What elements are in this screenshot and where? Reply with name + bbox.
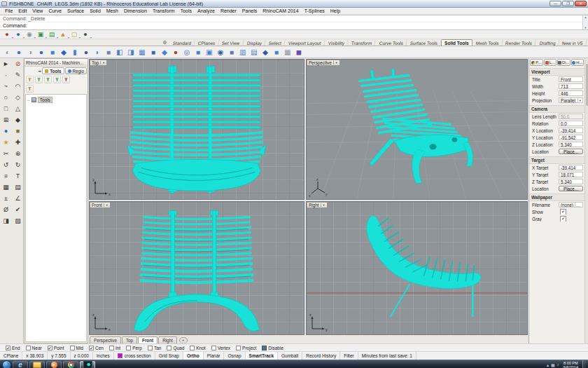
viewport-menu-arrow-icon[interactable]: ▼: [321, 203, 326, 207]
status-cell[interactable]: z 0.000: [71, 352, 93, 360]
tray-icon[interactable]: ▴: [547, 362, 549, 367]
solid-tool-icon[interactable]: ▦: [137, 47, 147, 57]
point[interactable]: ·: [0, 69, 12, 81]
viewport-menu-arrow-icon[interactable]: ▼: [333, 61, 338, 64]
selection-window[interactable]: ▢: [70, 31, 78, 39]
toolbar-tab[interactable]: Set View: [218, 39, 244, 46]
osnap-toggle[interactable]: Knot: [190, 346, 205, 350]
minimize-button[interactable]: —: [550, 1, 561, 6]
surface-grid[interactable]: ⊞: [0, 114, 12, 125]
property-value[interactable]: Front: [559, 76, 583, 82]
join[interactable]: ⊕: [12, 148, 24, 159]
viewport-top-label[interactable]: Top▼: [90, 60, 107, 66]
property-value[interactable]: -39.414: [559, 128, 583, 133]
property-value[interactable]: (none): [559, 202, 583, 207]
viewport-front-label[interactable]: Front▼: [90, 202, 111, 208]
save-tool-library[interactable]: Ŧ: [44, 76, 52, 83]
checkbox-icon[interactable]: [262, 346, 267, 350]
rhino-taskbar-icon[interactable]: [80, 361, 95, 368]
solid-box[interactable]: ◆: [12, 114, 24, 125]
menu-item[interactable]: Render: [218, 8, 239, 13]
solid-tool-icon[interactable]: ◗: [92, 47, 102, 57]
property-value[interactable]: [559, 209, 583, 214]
menu-item[interactable]: T-Splines: [302, 8, 328, 13]
toolbar-tab[interactable]: Transform: [348, 39, 377, 46]
current-layer-cell[interactable]: cross section: [114, 352, 155, 360]
checkbox-icon[interactable]: [167, 346, 172, 350]
show-desktop-button[interactable]: [582, 360, 586, 368]
solid-tool-icon[interactable]: ▮: [70, 47, 80, 57]
sphere[interactable]: ●: [0, 125, 12, 137]
status-toggle[interactable]: Filter: [340, 352, 358, 360]
viewport-right-label[interactable]: Right▼: [307, 202, 328, 208]
menu-item[interactable]: Panels: [239, 8, 260, 13]
viewport-tab[interactable]: Perspective: [90, 336, 121, 343]
osnap-toggle[interactable]: Cen: [89, 346, 104, 350]
toolbar-tab[interactable]: Visibility: [324, 39, 349, 46]
toolbar-tab[interactable]: New in V5: [559, 39, 587, 46]
checkbox-icon[interactable]: [26, 346, 31, 350]
status-cell[interactable]: y 7.555: [48, 352, 70, 360]
checkbox-icon[interactable]: [211, 346, 216, 350]
solid-tool-icon[interactable]: ◆: [59, 47, 69, 57]
menu-item[interactable]: RhinoCAM 2014: [260, 8, 301, 13]
menu-item[interactable]: Transform: [150, 8, 178, 13]
toolbar-tab[interactable]: Display: [243, 39, 266, 46]
render-preview[interactable]: ▤: [48, 31, 56, 39]
checkbox-icon[interactable]: [48, 346, 52, 350]
status-toggle[interactable]: Gumball: [278, 352, 302, 360]
menu-item[interactable]: Help: [328, 8, 343, 13]
menu-item[interactable]: Analyze: [195, 8, 218, 13]
property-value[interactable]: 5.340: [559, 142, 583, 147]
layers-list[interactable]: ≡: [0, 170, 12, 182]
load-tool-library[interactable]: Ŧ: [35, 76, 43, 83]
osnap-toggle[interactable]: Near: [26, 346, 42, 350]
osnap-toggle[interactable]: Project: [236, 346, 256, 350]
toolbar-tab[interactable]: Surface Tools: [406, 39, 442, 46]
osnap-toggle[interactable]: Tan: [148, 346, 161, 350]
render-dark-sphere[interactable]: ●: [81, 31, 90, 39]
circle[interactable]: ○: [0, 92, 12, 103]
osnap-toggle[interactable]: Disable: [262, 346, 284, 350]
toolbar-tab[interactable]: Mesh Tools: [472, 39, 503, 46]
rhinocam-tab[interactable]: Tools: [42, 67, 64, 74]
menu-item[interactable]: View: [29, 8, 46, 13]
checkbox-icon[interactable]: [109, 346, 114, 350]
solid-tool-icon[interactable]: ■: [272, 47, 281, 57]
rhinocam-stop[interactable]: ⊘: [12, 58, 24, 69]
taskbar-clock[interactable]: 8:00 PM 9/6/2014: [561, 361, 580, 368]
tray-icon[interactable]: ▦: [551, 362, 555, 367]
maximize-button[interactable]: ❐: [562, 1, 574, 6]
media-player-icon[interactable]: [46, 361, 62, 368]
property-value[interactable]: 18.071: [559, 172, 583, 177]
status-toggle[interactable]: Grid Snap: [155, 352, 183, 360]
viewport-menu-arrow-icon[interactable]: ▼: [104, 203, 108, 207]
solid-tool-icon[interactable]: ●: [81, 47, 91, 57]
viewport-perspective[interactable]: Perspective▼: [306, 59, 528, 200]
status-toggle[interactable]: Planar: [204, 352, 225, 360]
redo-rotate[interactable]: ↻: [12, 159, 24, 170]
solid-tool-icon[interactable]: ◆: [260, 47, 270, 57]
solid-tool-icon[interactable]: ◨: [126, 47, 136, 57]
rectangle[interactable]: □: [0, 103, 12, 114]
solid-tool-icon[interactable]: ■: [104, 47, 113, 57]
render-blue-sphere[interactable]: ●: [14, 31, 22, 39]
menu-item[interactable]: Solid: [87, 8, 104, 13]
property-value[interactable]: Place...: [559, 149, 583, 154]
status-toggle[interactable]: Osnap: [224, 352, 245, 360]
offset[interactable]: ±: [0, 193, 12, 204]
osnap-toggle[interactable]: Vertex: [211, 346, 230, 350]
viewport-top[interactable]: Top▼: [89, 59, 304, 200]
solid-tool-icon[interactable]: ●: [36, 47, 46, 57]
undo-rotate[interactable]: ↺: [0, 159, 12, 170]
status-toggle[interactable]: Record History: [302, 352, 340, 360]
osnap-toggle[interactable]: Perp: [126, 346, 142, 350]
start-button[interactable]: [1, 361, 11, 368]
shade-half[interactable]: ◨: [0, 215, 12, 226]
toolbar-tab[interactable]: Curve Tools: [375, 39, 407, 46]
star[interactable]: ★: [0, 137, 12, 148]
checkbox-icon[interactable]: [148, 346, 153, 350]
status-cell[interactable]: x 38.903: [22, 352, 48, 360]
solid-tool-icon[interactable]: ■: [48, 47, 57, 57]
solid-tool-icon[interactable]: ■: [227, 47, 237, 57]
